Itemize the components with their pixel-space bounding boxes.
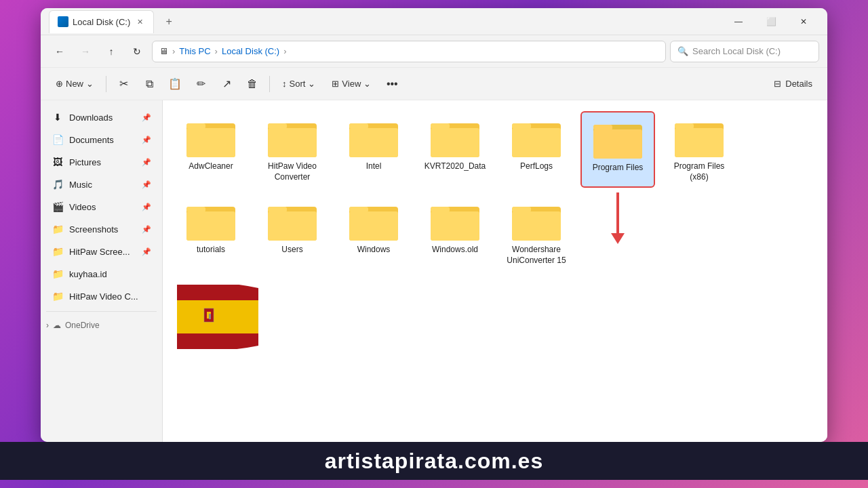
more-button[interactable]: ••• (380, 73, 403, 96)
sidebar-item-icon-0: ⬇ (52, 111, 64, 123)
onedrive-chevron: › (46, 321, 49, 330)
sidebar-item-label-0: Downloads (69, 113, 113, 123)
sidebar-item-3[interactable]: 🎵 Music 📌 (43, 174, 159, 195)
sidebar-item-6[interactable]: 📁 HitPaw Scree... 📌 (43, 241, 159, 262)
delete-button[interactable]: 🗑 (241, 73, 264, 96)
folder-item-2[interactable]: Intel (336, 111, 411, 188)
branding-text: artistapirata.com.es (325, 449, 543, 474)
toolbar-sep-1 (106, 76, 106, 92)
svg-rect-28 (349, 207, 368, 212)
main-content: ⬇ Downloads 📌 📄 Documents 📌 🖼 Pictures 📌… (41, 100, 827, 442)
back-button[interactable]: ← (49, 41, 71, 62)
refresh-button[interactable]: ↻ (126, 41, 148, 62)
svg-rect-40 (209, 314, 211, 319)
svg-rect-31 (431, 207, 450, 212)
svg-rect-20 (675, 128, 724, 157)
sidebar-item-label-5: Screenshots (69, 224, 118, 235)
svg-rect-7 (349, 123, 368, 129)
spanish-flag (174, 285, 262, 349)
sidebar-item-pin-5: 📌 (142, 225, 151, 234)
arrow-head (611, 233, 625, 244)
address-this-pc[interactable]: This PC (179, 46, 210, 56)
sort-chevron: ⌄ (308, 79, 315, 89)
svg-rect-11 (431, 128, 479, 157)
sidebar-item-pin-4: 📌 (142, 203, 151, 211)
sidebar-item-0[interactable]: ⬇ Downloads 📌 (43, 106, 159, 128)
svg-rect-22 (186, 207, 205, 212)
svg-rect-29 (349, 211, 398, 241)
window-controls: — ⬜ ✕ (723, 11, 819, 33)
sidebar-item-1[interactable]: 📄 Documents 📌 (43, 129, 159, 150)
toolbar-sep-2 (269, 76, 270, 92)
maximize-button[interactable]: ⬜ (755, 11, 787, 33)
folder-item-4[interactable]: PerfLogs (499, 111, 574, 188)
folder-name-7: tutorials (197, 245, 225, 256)
details-button[interactable]: ⊟ Details (767, 73, 819, 96)
sidebar-item-7[interactable]: 📁 kuyhaa.id (43, 263, 159, 285)
sidebar-item-4[interactable]: 🎬 Videos 📌 (43, 196, 159, 218)
sort-button[interactable]: ↕ Sort ⌄ (275, 73, 322, 96)
address-sep-3: › (283, 46, 286, 56)
search-bar[interactable]: 🔍 Search Local Disk (C:) (670, 41, 819, 62)
address-bar[interactable]: 🖥 › This PC › Local Disk (C:) › (152, 41, 666, 62)
folder-name-1: HitPaw Video Converter (268, 161, 317, 182)
svg-rect-35 (512, 211, 561, 241)
folder-item-7[interactable]: tutorials (174, 195, 248, 271)
up-button[interactable]: ↑ (100, 41, 122, 62)
title-bar: Local Disk (C:) ✕ + — ⬜ ✕ (41, 8, 827, 35)
rename-button[interactable]: ✏ (189, 73, 212, 96)
folder-item-5[interactable]: Program Files (580, 111, 655, 188)
folder-icon-1 (268, 117, 317, 157)
sidebar-item-label-7: kuyhaa.id (69, 269, 107, 279)
svg-rect-13 (512, 123, 531, 129)
sidebar-item-8[interactable]: 📁 HitPaw Video C... (43, 285, 159, 307)
sidebar-item-icon-2: 🖼 (52, 156, 64, 168)
svg-rect-2 (186, 128, 235, 157)
folder-item-6[interactable]: Program Files (x86) (662, 111, 736, 188)
cut-button[interactable]: ✂ (112, 73, 135, 96)
sidebar-item-pin-3: 📌 (142, 180, 151, 189)
details-label: Details (785, 79, 812, 89)
svg-rect-34 (512, 207, 531, 212)
new-button[interactable]: ⊕ New ⌄ (49, 73, 100, 96)
folder-name-0: AdwCleaner (189, 161, 233, 172)
svg-rect-14 (512, 128, 561, 157)
folder-item-8[interactable]: Users (255, 195, 330, 271)
active-tab[interactable]: Local Disk (C:) ✕ (49, 10, 154, 33)
address-local-disk[interactable]: Local Disk (C:) (222, 46, 279, 56)
sidebar-item-icon-8: 📁 (52, 290, 64, 302)
folder-item-10[interactable]: Windows.old (418, 195, 492, 271)
tab-icon (58, 16, 68, 27)
tab-close-button[interactable]: ✕ (134, 16, 145, 27)
sidebar-item-label-6: HitPaw Scree... (69, 247, 130, 257)
sidebar-item-2[interactable]: 🖼 Pictures 📌 (43, 151, 159, 173)
sidebar-divider (46, 311, 157, 312)
folder-name-9: Windows (357, 245, 391, 256)
sidebar-onedrive[interactable]: › ☁ OneDrive (41, 316, 162, 335)
folder-item-3[interactable]: KVRT2020_Data (418, 111, 492, 188)
sort-icon: ↕ (282, 79, 287, 89)
folder-item-1[interactable]: HitPaw Video Converter (255, 111, 330, 188)
view-button[interactable]: ⊞ View ⌄ (325, 73, 378, 96)
tab-title: Local Disk (C:) (73, 17, 130, 27)
new-label: New (66, 79, 83, 89)
folder-item-11[interactable]: Wondershare UniConverter 15 (499, 195, 574, 271)
close-button[interactable]: ✕ (788, 11, 819, 33)
folder-item-0[interactable]: AdwCleaner (174, 111, 248, 188)
new-tab-button[interactable]: + (159, 12, 178, 31)
forward-button[interactable]: → (75, 41, 96, 62)
paste-button[interactable]: 📋 (163, 73, 186, 96)
sidebar-item-label-2: Pictures (69, 157, 101, 167)
folder-name-11: Wondershare UniConverter 15 (507, 245, 566, 266)
copy-button[interactable]: ⧉ (138, 73, 161, 96)
folder-item-9[interactable]: Windows (336, 195, 411, 271)
sidebar-item-5[interactable]: 📁 Screenshots 📌 (43, 218, 159, 240)
view-icon: ⊞ (332, 79, 339, 89)
svg-rect-37 (174, 300, 262, 333)
folder-icon-6 (675, 117, 724, 157)
view-label: View (342, 79, 361, 89)
minimize-button[interactable]: — (723, 11, 754, 33)
folder-name-2: Intel (366, 161, 382, 172)
share-button[interactable]: ↗ (215, 73, 238, 96)
sidebar: ⬇ Downloads 📌 📄 Documents 📌 🖼 Pictures 📌… (41, 100, 163, 442)
